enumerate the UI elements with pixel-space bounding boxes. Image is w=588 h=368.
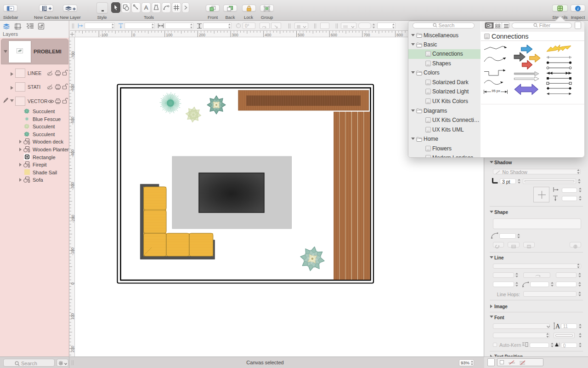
svg-text:-200: -200	[71, 215, 75, 223]
svg-text:100: 100	[71, 313, 75, 319]
svg-text:-400: -400	[71, 150, 75, 157]
svg-text:0: 0	[71, 282, 75, 285]
svg-text:-500: -500	[71, 116, 75, 124]
svg-text:400: 400	[265, 33, 271, 37]
svg-text:-600: -600	[71, 84, 75, 92]
svg-text:-300: -300	[71, 182, 75, 190]
svg-text:700: 700	[363, 33, 370, 37]
svg-text:95 px: 95 px	[492, 89, 500, 93]
svg-text:600: 600	[331, 33, 337, 37]
svg-text:0: 0	[133, 33, 136, 37]
svg-text:200: 200	[199, 33, 205, 37]
svg-text:500: 500	[298, 33, 304, 37]
svg-text:-100: -100	[100, 33, 108, 37]
svg-text:100: 100	[166, 33, 172, 37]
svg-text:800: 800	[396, 33, 403, 37]
svg-text:A: A	[555, 323, 560, 329]
svg-text:-700: -700	[71, 51, 75, 59]
svg-text:-100: -100	[71, 247, 75, 255]
svg-text:A: A	[144, 4, 148, 11]
svg-text:300: 300	[232, 33, 238, 37]
svg-text:200: 200	[71, 345, 75, 352]
